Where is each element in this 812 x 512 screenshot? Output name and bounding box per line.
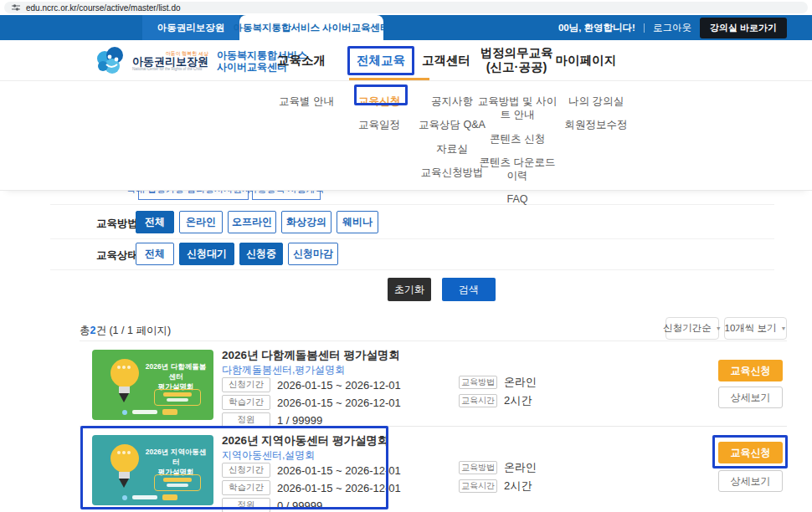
mega-menu-column-mypage: 나의 강의실 회원정보수정 <box>554 90 638 137</box>
study-period-row: 학습기간 2026-01-15 ~ 2026-12-01 <box>222 395 401 410</box>
apply-period-row: 신청기간 2026-01-15 ~ 2026-12-01 <box>222 377 401 392</box>
pencil-tip <box>119 479 129 488</box>
search-button[interactable]: 검색 <box>442 278 496 301</box>
course-thumbnail[interactable]: 2026년 다함께돌봄센터 평가설명회 <box>92 350 213 420</box>
method-option-all[interactable]: 전체 <box>136 211 174 233</box>
capacity-chip: 정원 <box>222 498 270 512</box>
site-header: 아동권리보장원 아동복지통합서비스 사이버교육센터 00님, 환영합니다! 로그… <box>0 15 812 40</box>
course-detail-button[interactable]: 상세보기 <box>718 387 783 408</box>
apply-period-row: 신청기간 2026-01-15 ~ 2026-12-01 <box>222 463 401 478</box>
bulb-dots <box>117 366 121 369</box>
thumbnail-title: 2026년 다함께돌봄센터 평가설명회 <box>142 362 209 392</box>
page-size-dropdown[interactable]: 10개씩 보기 ▼ <box>724 317 787 340</box>
menu-notice[interactable]: 공지사항 <box>431 95 473 108</box>
bulb-base <box>119 472 130 479</box>
thumbnail-date-badge <box>154 389 201 406</box>
menu-method-site-guide[interactable]: 교육방법 및 사이트 안내 <box>475 95 559 122</box>
hours-row: 교육시간 2시간 <box>459 393 532 408</box>
status-option-waiting[interactable]: 신청대기 <box>179 243 234 265</box>
capacity-value: 1 / 99999 <box>277 414 322 427</box>
chevron-down-icon: ▼ <box>781 325 787 331</box>
nav-item-all-courses[interactable]: 전체교육 <box>350 40 412 80</box>
active-tab-underline <box>349 78 429 80</box>
bulb-dots <box>117 451 121 454</box>
capacity-value: 0 / 99999 <box>277 499 322 512</box>
thumbnail-title: 2026년 지역아동센터 평가설명회 <box>142 448 209 478</box>
hours-value: 2시간 <box>504 393 532 408</box>
method-value: 온라인 <box>504 375 537 390</box>
divider <box>50 238 774 239</box>
chevron-down-icon: ▼ <box>716 325 722 331</box>
method-row: 교육방법 온라인 <box>459 375 537 390</box>
filter-status-label: 교육상태 <box>96 248 138 263</box>
logo-subtitle: National Center for the Rights of the Ch… <box>132 68 208 72</box>
menu-content-download-history[interactable]: 콘텐츠 다운로드 이력 <box>475 156 559 183</box>
header-user-area: 00님, 환영합니다! 로그아웃 강의실 바로가기 <box>558 15 787 40</box>
pencil-tip <box>119 393 129 402</box>
nav-item-mypage[interactable]: 마이페이지 <box>554 40 618 80</box>
menu-archive[interactable]: 자료실 <box>436 142 468 156</box>
hours-chip: 교육시간 <box>459 394 497 407</box>
menu-content-request[interactable]: 콘텐츠 신청 <box>490 132 545 146</box>
method-option-video-lecture[interactable]: 화상강의 <box>281 211 331 233</box>
hours-row: 교육시간 2시간 <box>459 479 532 494</box>
course-tags: 지역아동센터,설명회 <box>222 448 315 463</box>
study-period-row: 학습기간 2026-01-15 ~ 2026-12-01 <box>222 480 401 495</box>
course-tags: 다함께돌봄센터,평가설명회 <box>222 363 345 377</box>
apply-period-chip: 신청기간 <box>222 463 270 478</box>
menu-my-classroom[interactable]: 나의 강의실 <box>568 95 624 108</box>
study-period-chip: 학습기간 <box>222 480 270 495</box>
course-apply-button[interactable]: 교육신청 <box>718 442 783 463</box>
logout-link[interactable]: 로그아웃 <box>653 22 691 34</box>
site-settings-icon <box>12 3 20 12</box>
url-text: edu.ncrc.or.kr/course/active/master/list… <box>26 3 181 13</box>
status-option-open[interactable]: 신청중 <box>239 243 283 265</box>
capacity-row: 정원 0 / 99999 <box>222 498 322 512</box>
tab-cyber-education-center[interactable]: 아동복지통합서비스 사이버교육센터 <box>239 15 383 40</box>
method-option-online[interactable]: 온라인 <box>179 211 223 233</box>
method-option-offline[interactable]: 오프라인 <box>228 211 276 233</box>
divider <box>80 340 787 341</box>
reset-button[interactable]: 초기화 <box>388 278 431 301</box>
status-option-all[interactable]: 전체 <box>136 243 174 265</box>
menu-faq[interactable]: FAQ <box>506 192 527 206</box>
apply-period-chip: 신청기간 <box>222 377 270 392</box>
course-apply-button[interactable]: 교육신청 <box>718 360 783 381</box>
divider <box>50 269 774 270</box>
ncrc-logo-icon <box>94 44 127 78</box>
logo-title: 아동권리보장원 <box>132 56 208 68</box>
classroom-shortcut-button[interactable]: 강의실 바로가기 <box>700 18 787 38</box>
thumbnail-logos <box>122 409 177 415</box>
hours-chip: 교육시간 <box>459 479 497 493</box>
tab-ncrc-main[interactable]: 아동권리보장원 <box>142 15 239 40</box>
lightbulb-icon <box>110 359 139 387</box>
nav-item-legal-education[interactable]: 법정의무교육 (신고·공공) <box>465 40 568 80</box>
menu-course-schedule[interactable]: 교육일정 <box>358 118 400 131</box>
mega-menu: 교육별 안내 교육신청 교육일정 공지사항 교육상담 Q&A 자료실 교육신청방… <box>0 81 812 191</box>
status-option-closed[interactable]: 신청마감 <box>288 243 338 265</box>
result-count: 총2건 (1 / 1 페이지) <box>80 324 171 338</box>
course-thumbnail[interactable]: 2026년 지역아동센터 평가설명회 <box>92 435 213 505</box>
browser-url-bar: edu.ncrc.or.kr/course/active/master/list… <box>0 0 812 15</box>
course-detail-button[interactable]: 상세보기 <box>718 470 783 492</box>
apply-period-value: 2026-01-15 ~ 2026-12-01 <box>277 464 401 477</box>
mega-menu-column-intro: 교육별 안내 <box>265 90 348 113</box>
welcome-message: 00님, 환영합니다! <box>558 22 635 34</box>
sort-dropdown[interactable]: 신청기간순 ▼ <box>666 317 719 340</box>
logo-text: 아동이 행복한 세상 아동권리보장원 National Center for t… <box>132 51 208 72</box>
course-title[interactable]: 2026년 지역아동센터 평가설명회 <box>222 433 389 448</box>
nav-item-education-intro[interactable]: 교육소개 <box>272 40 331 80</box>
menu-course-apply[interactable]: 교육신청 <box>358 95 400 108</box>
divider <box>50 204 774 205</box>
study-period-chip: 학습기간 <box>222 395 270 410</box>
menu-education-guide[interactable]: 교육별 안내 <box>279 95 334 108</box>
bulb-base <box>119 387 130 393</box>
method-option-webinar[interactable]: 웨비나 <box>337 211 378 233</box>
url-chip[interactable]: edu.ncrc.or.kr/course/active/master/list… <box>4 2 808 13</box>
menu-apply-guide[interactable]: 교육신청방법 <box>421 166 484 179</box>
menu-edit-profile[interactable]: 회원정보수정 <box>565 118 628 131</box>
course-title[interactable]: 2026년 다함께돌봄센터 평가설명회 <box>222 348 400 363</box>
hours-value: 2시간 <box>504 479 532 494</box>
main-navbar: 아동이 행복한 세상 아동권리보장원 National Center for t… <box>0 40 812 81</box>
divider <box>80 426 787 427</box>
